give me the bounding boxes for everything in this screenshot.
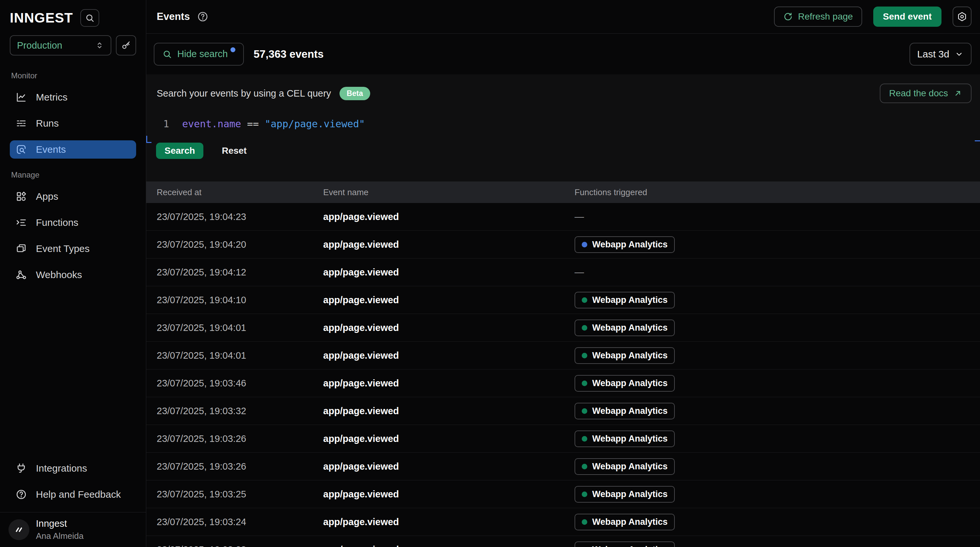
function-badge[interactable]: Webapp Analytics [574,541,675,547]
reset-button[interactable]: Reset [222,146,247,156]
table-row[interactable]: 23/07/2025, 19:03:25 app/page.viewed Web… [146,480,980,508]
user-menu[interactable]: Inngest Ana Almeida [0,512,146,547]
metrics-icon [15,91,27,103]
row-received-at: 23/07/2025, 19:04:20 [146,239,323,250]
function-badge[interactable]: Webapp Analytics [574,403,675,420]
refresh-icon [783,12,793,22]
search-icon [85,13,95,23]
row-functions-cell: Webapp Analytics [574,486,980,502]
function-badge-label: Webapp Analytics [592,517,668,527]
row-functions-cell: — [574,211,980,222]
row-event-name: app/page.viewed [323,405,574,417]
table-row[interactable]: 23/07/2025, 19:04:10 app/page.viewed Web… [146,286,980,314]
sidebar-item-apps[interactable]: Apps [10,187,136,206]
sidebar-footer: Integrations Help and Feedback [0,452,146,504]
row-functions-cell: — [574,267,980,278]
function-badge-label: Webapp Analytics [592,406,668,416]
refresh-page-button[interactable]: Refresh page [774,6,862,27]
function-badge[interactable]: Webapp Analytics [574,347,675,364]
function-badge[interactable]: Webapp Analytics [574,431,675,447]
external-link-icon [953,89,963,98]
function-badge-label: Webapp Analytics [592,323,668,333]
function-status-dot [582,464,587,469]
cel-search-panel: Search your events by using a CEL query … [146,75,980,181]
row-functions-cell: Webapp Analytics [574,236,980,253]
sidebar-item-event-types[interactable]: Event Types [10,240,136,258]
sidebar-item-label: Integrations [36,463,87,474]
table-row[interactable]: 23/07/2025, 19:04:01 app/page.viewed Web… [146,342,980,369]
function-status-dot [582,491,587,497]
sidebar-search-button[interactable] [80,9,99,27]
sidebar-item-label: Webhooks [36,269,82,280]
hide-search-button[interactable]: Hide search [154,43,244,65]
function-badge[interactable]: Webapp Analytics [574,458,675,475]
row-received-at: 23/07/2025, 19:04:10 [146,295,323,305]
inngest-logo-icon [13,524,24,535]
function-status-dot [582,325,587,331]
settings-button[interactable] [953,6,972,27]
function-badge[interactable]: Webapp Analytics [574,486,675,502]
table-row[interactable]: 23/07/2025, 19:03:26 app/page.viewed Web… [146,453,980,480]
column-received-at: Received at [146,187,323,197]
sidebar-item-webhooks[interactable]: Webhooks [10,266,136,284]
function-badge[interactable]: Webapp Analytics [574,292,675,308]
table-row[interactable]: 23/07/2025, 19:03:26 app/page.viewed Web… [146,425,980,453]
function-badge-label: Webapp Analytics [592,240,668,250]
row-functions-cell: Webapp Analytics [574,375,980,392]
row-event-name: app/page.viewed [323,433,574,444]
send-event-button[interactable]: Send event [873,6,942,27]
code-token-string: "app/page.viewed" [265,118,365,130]
cel-query-editor[interactable]: 1 event.name == "app/page.viewed" [146,118,980,130]
sidebar-item-label: Event Types [36,243,90,254]
sidebar-item-metrics[interactable]: Metrics [10,88,136,107]
table-row[interactable]: 23/07/2025, 19:03:24 app/page.viewed Web… [146,508,980,536]
row-functions-cell: Webapp Analytics [574,292,980,308]
app-root: INNGEST Production Monitor [0,0,980,547]
search-button[interactable]: Search [156,143,204,159]
no-functions-dash: — [574,211,584,222]
row-event-name: app/page.viewed [323,544,574,547]
table-row[interactable]: 23/07/2025, 19:03:23 app/page.viewed Web… [146,536,980,547]
row-event-name: app/page.viewed [323,489,574,500]
event-keys-button[interactable] [116,35,136,56]
table-row[interactable]: 23/07/2025, 19:04:23 app/page.viewed — [146,203,980,231]
table-row[interactable]: 23/07/2025, 19:04:20 app/page.viewed Web… [146,231,980,259]
row-event-name: app/page.viewed [323,267,574,278]
apps-icon [15,190,27,203]
table-row[interactable]: 23/07/2025, 19:03:46 app/page.viewed Web… [146,369,980,397]
table-row[interactable]: 23/07/2025, 19:04:12 app/page.viewed — [146,259,980,286]
cel-query-code: event.name == "app/page.viewed" [182,118,365,130]
sidebar-item-label: Help and Feedback [36,489,121,500]
row-received-at: 23/07/2025, 19:03:23 [146,544,323,547]
row-event-name: app/page.viewed [323,239,574,250]
sidebar-item-help-feedback[interactable]: Help and Feedback [10,485,136,504]
table-row[interactable]: 23/07/2025, 19:03:32 app/page.viewed Web… [146,397,980,425]
nav-section-monitor: Monitor [10,71,136,80]
page-help-button[interactable] [197,10,209,23]
events-table-body: 23/07/2025, 19:04:23 app/page.viewed — 2… [146,203,980,547]
function-badge-label: Webapp Analytics [592,434,668,444]
environment-select[interactable]: Production [10,35,111,56]
environment-label: Production [17,40,62,51]
sidebar-item-integrations[interactable]: Integrations [10,459,136,477]
time-range-select[interactable]: Last 3d [910,43,972,65]
row-received-at: 23/07/2025, 19:04:12 [146,267,323,278]
read-docs-label: Read the docs [889,88,948,99]
event-types-icon [15,242,27,255]
function-badge[interactable]: Webapp Analytics [574,236,675,253]
sidebar-item-functions[interactable]: Functions [10,213,136,232]
function-status-dot [582,297,587,303]
table-row[interactable]: 23/07/2025, 19:04:01 app/page.viewed Web… [146,314,980,342]
function-badge[interactable]: Webapp Analytics [574,514,675,530]
function-badge[interactable]: Webapp Analytics [574,320,675,336]
row-event-name: app/page.viewed [323,378,574,389]
row-received-at: 23/07/2025, 19:04:01 [146,323,323,333]
sidebar: INNGEST Production Monitor [0,0,146,547]
function-badge[interactable]: Webapp Analytics [574,375,675,392]
function-status-dot [582,242,587,247]
editor-corner-mark [146,136,151,143]
read-docs-button[interactable]: Read the docs [880,84,972,103]
sidebar-item-runs[interactable]: Runs [10,114,136,132]
sidebar-item-events[interactable]: Events [10,140,136,159]
page-title: Events [157,11,190,22]
